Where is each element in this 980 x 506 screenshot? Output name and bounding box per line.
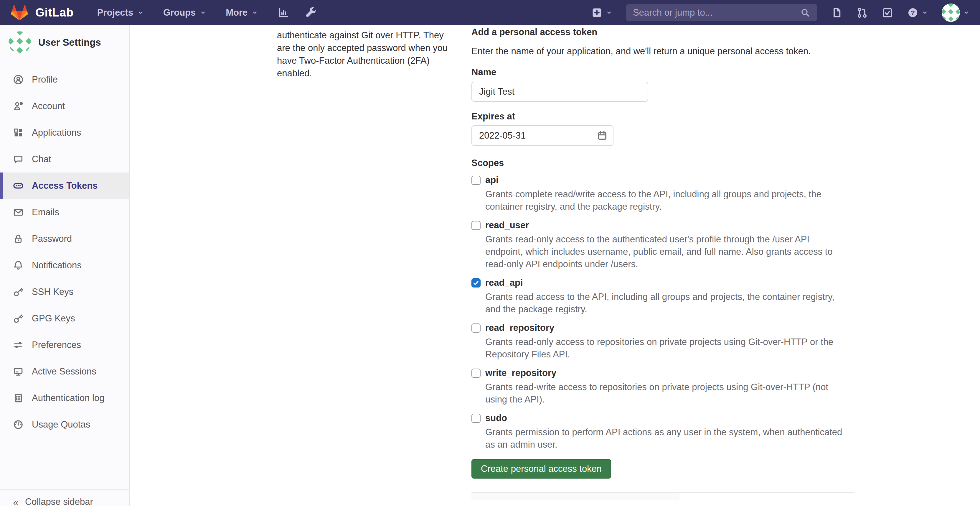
form-intro: Enter the name of your application, and …: [471, 45, 854, 57]
scope-checkbox-read_repository[interactable]: [471, 324, 480, 333]
scope-checkbox-read_user[interactable]: [471, 221, 480, 230]
sidebar-item-profile[interactable]: Profile: [0, 66, 129, 93]
scope-row-read_user: read_userGrants read-only access to the …: [471, 220, 854, 270]
sidebar-item-notifications[interactable]: Notifications: [0, 252, 129, 279]
scope-row-sudo: sudoGrants permission to perform API act…: [471, 413, 854, 451]
plus-square-icon: [591, 7, 603, 19]
sidebar-item-label: Active Sessions: [32, 366, 96, 377]
new-menu-button[interactable]: [591, 7, 612, 19]
expires-date-input[interactable]: [471, 125, 614, 146]
scopes-label: Scopes: [471, 157, 854, 169]
todo-check-icon[interactable]: [881, 7, 893, 19]
scope-desc: Grants permission to perform API actions…: [485, 426, 844, 451]
sidebar-item-preferences[interactable]: Preferences: [0, 332, 129, 358]
issues-document-icon[interactable]: [831, 7, 843, 19]
lock-icon: [13, 233, 24, 244]
scope-name: api: [485, 175, 498, 185]
sidebar-item-emails[interactable]: Emails: [0, 199, 129, 225]
chevron-down-icon: [137, 10, 144, 16]
settings-sidebar: User Settings ProfileAccountApplications…: [0, 25, 130, 506]
wrench-icon[interactable]: [305, 7, 317, 19]
sidebar-item-label: Access Tokens: [32, 180, 97, 191]
merge-request-icon[interactable]: [856, 7, 868, 19]
sidebar-item-active-sessions[interactable]: Active Sessions: [0, 358, 129, 385]
sidebar-item-label: Authentication log: [32, 393, 104, 403]
section-divider: [471, 492, 854, 500]
sidebar-item-authentication-log[interactable]: Authentication log: [0, 385, 129, 411]
key-icon: [13, 313, 24, 324]
scope-name: write_repository: [485, 368, 556, 378]
scope-checkbox-read_api[interactable]: [471, 278, 480, 287]
sidebar-item-label: Notifications: [32, 260, 82, 271]
brand-wordmark[interactable]: GitLab: [35, 6, 74, 19]
sidebar-item-label: Applications: [32, 128, 81, 138]
sidebar-item-label: GPG Keys: [32, 313, 75, 324]
search-input[interactable]: [633, 7, 800, 18]
chevron-down-icon: [251, 10, 258, 16]
sidebar-item-applications[interactable]: Applications: [0, 120, 129, 146]
scope-checkbox-write_repository[interactable]: [471, 369, 480, 378]
key-icon: [13, 287, 24, 297]
scopes-list: apiGrants complete read/write access to …: [471, 175, 854, 451]
gauge-icon: [13, 419, 24, 430]
main-content: authenticate against Git over HTTP. They…: [130, 25, 980, 506]
scope-checkbox-api[interactable]: [471, 176, 480, 185]
sidebar-header: User Settings: [0, 25, 129, 54]
collapse-sidebar-button[interactable]: « Collapse sidebar: [0, 490, 129, 506]
add-token-form: Add a personal access token Enter the na…: [471, 25, 854, 500]
sidebar-item-label: Account: [32, 101, 65, 112]
log-icon: [13, 393, 24, 403]
sidebar-item-chat[interactable]: Chat: [0, 146, 129, 172]
nav-groups[interactable]: Groups: [163, 7, 206, 18]
sidebar-item-password[interactable]: Password: [0, 225, 129, 252]
sidebar-title: User Settings: [38, 37, 101, 48]
applications-icon: [13, 128, 24, 138]
collapse-sidebar-label: Collapse sidebar: [25, 496, 93, 506]
sidebar-item-access-tokens[interactable]: Access Tokens: [0, 172, 129, 199]
sliders-icon: [13, 340, 24, 350]
nav-more[interactable]: More: [226, 7, 258, 18]
scope-desc: Grants read-write access to repositories…: [485, 381, 844, 406]
global-search[interactable]: [626, 4, 817, 21]
scope-name: sudo: [485, 413, 507, 423]
gitlab-tanuki-logo-icon[interactable]: [11, 4, 28, 21]
nav-projects[interactable]: Projects: [97, 7, 144, 18]
bar-chart-icon[interactable]: [278, 7, 290, 19]
monitor-icon: [13, 366, 24, 377]
user-menu-button[interactable]: [942, 3, 969, 22]
scope-checkbox-sudo[interactable]: [471, 414, 480, 423]
nav-groups-label: Groups: [163, 7, 196, 18]
chevron-down-icon: [606, 10, 612, 16]
chat-icon: [13, 154, 24, 164]
chevron-down-icon: [963, 10, 969, 16]
create-token-button[interactable]: Create personal access token: [471, 459, 611, 479]
sidebar-item-account[interactable]: Account: [0, 93, 129, 120]
scope-desc: Grants complete read/write access to the…: [485, 188, 844, 213]
avatar: [942, 3, 960, 22]
sidebar-item-label: Password: [32, 233, 72, 244]
sidebar-item-label: SSH Keys: [32, 287, 73, 297]
help-question-icon: [907, 7, 919, 19]
bell-icon: [13, 260, 24, 271]
nav-projects-label: Projects: [97, 7, 133, 18]
sidebar-item-usage-quotas[interactable]: Usage Quotas: [0, 411, 129, 438]
section-description: authenticate against Git over HTTP. They…: [277, 29, 452, 80]
scope-name: read_repository: [485, 322, 554, 333]
chevron-down-icon: [200, 10, 206, 16]
sidebar-item-label: Profile: [32, 74, 58, 85]
token-name-input[interactable]: [471, 82, 648, 102]
help-menu-button[interactable]: [907, 7, 928, 19]
search-icon: [800, 8, 810, 18]
sidebar-item-gpg-keys[interactable]: GPG Keys: [0, 305, 129, 332]
expires-label: Expires at: [471, 110, 854, 122]
form-heading: Add a personal access token: [471, 26, 854, 38]
sidebar-item-ssh-keys[interactable]: SSH Keys: [0, 279, 129, 305]
sidebar-nav: ProfileAccountApplicationsChatAccess Tok…: [0, 66, 129, 438]
double-chevron-left-icon: «: [13, 496, 19, 506]
account-icon: [13, 101, 24, 112]
next-section-edge: [471, 493, 679, 500]
scope-name: read_user: [485, 220, 529, 231]
scope-row-api: apiGrants complete read/write access to …: [471, 175, 854, 213]
sidebar-item-label: Preferences: [32, 340, 81, 350]
sidebar-item-label: Chat: [32, 154, 51, 164]
